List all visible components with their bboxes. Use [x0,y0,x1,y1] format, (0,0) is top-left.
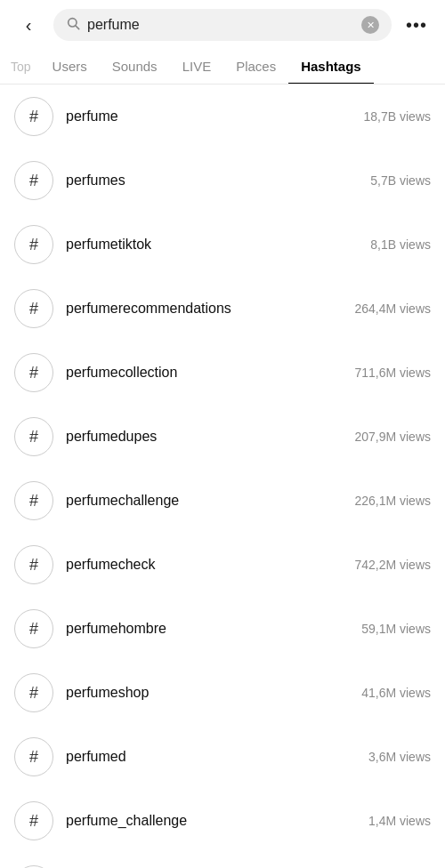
list-item[interactable]: # perfumedupes 207,9M views [0,405,445,469]
list-item[interactable]: # perfumehombre 59,1M views [0,597,445,661]
hashtag-views: 742,2M views [354,558,431,572]
more-button[interactable]: ••• [400,9,433,41]
tab-hashtags[interactable]: Hashtags [288,50,374,84]
hashtag-views: 1,4M views [368,814,431,828]
tab-places[interactable]: Places [223,50,288,84]
list-item[interactable]: # perfumeshop 41,6M views [0,661,445,725]
hashtag-views: 226,1M views [354,494,431,508]
hashtag-views: 3,6M views [368,750,431,764]
hashtag-views: 59,1M views [361,622,431,636]
list-item[interactable]: # perfumed 3,6M views [0,725,445,789]
hashtag-label: perfumetiktok [66,237,358,253]
hashtag-list: # perfume 18,7B views # perfumes 5,7B vi… [0,84,445,868]
hashtag-label: perfume_challenge [66,813,356,829]
hashtag-icon: # [14,417,53,456]
hashtag-views: 8,1B views [370,237,431,252]
header: ‹ ✕ ••• [0,0,445,50]
tab-users[interactable]: Users [40,50,100,84]
hashtag-label: perfumeshop [66,685,349,701]
hashtag-views: 5,7B views [370,173,431,188]
hashtag-icon: # [14,225,53,264]
hashtag-icon: # [14,161,53,200]
back-button[interactable]: ‹ [12,9,44,41]
list-item[interactable]: # perfumetiktok 8,1B views [0,213,445,277]
tab-top[interactable]: Top [7,51,40,84]
hashtag-icon: # [14,737,53,776]
hashtag-views: 711,6M views [354,366,431,380]
hashtag-icon: # [14,609,53,648]
hashtag-label: perfumedupes [66,429,342,445]
list-item[interactable]: # perfumereview 379,9M views [0,853,445,868]
hashtag-views: 264,4M views [354,301,431,316]
list-item[interactable]: # perfumechallenge 226,1M views [0,469,445,533]
hashtag-icon: # [14,545,53,584]
list-item[interactable]: # perfumecheck 742,2M views [0,533,445,597]
hashtag-views: 41,6M views [361,686,431,700]
hashtag-label: perfumechallenge [66,493,342,509]
svg-line-1 [76,26,79,29]
hashtag-label: perfumes [66,173,358,189]
list-item[interactable]: # perfumecollection 711,6M views [0,341,445,405]
hashtag-label: perfumecheck [66,557,342,573]
search-icon [66,16,80,34]
clear-button[interactable]: ✕ [361,16,379,34]
hashtag-icon: # [14,673,53,712]
tab-live[interactable]: LIVE [170,50,224,84]
hashtag-views: 18,7B views [364,109,431,124]
hashtag-label: perfumed [66,749,356,765]
hashtag-icon: # [14,97,53,136]
list-item[interactable]: # perfume 18,7B views [0,84,445,149]
hashtag-label: perfumehombre [66,621,349,637]
tabs-bar: Top Users Sounds LIVE Places Hashtags [0,50,445,84]
hashtag-label: perfumerecommendations [66,301,342,317]
search-bar: ✕ [53,9,392,41]
hashtag-icon: # [14,801,53,840]
hashtag-label: perfume [66,108,352,125]
hashtag-label: perfumecollection [66,365,342,381]
tab-sounds[interactable]: Sounds [100,50,170,84]
list-item[interactable]: # perfume_challenge 1,4M views [0,789,445,853]
hashtag-views: 207,9M views [354,430,431,444]
hashtag-icon: # [14,353,53,392]
hashtag-icon: # [14,289,53,328]
list-item[interactable]: # perfumes 5,7B views [0,149,445,213]
hashtag-icon: # [14,481,53,520]
search-input[interactable] [87,17,354,33]
list-item[interactable]: # perfumerecommendations 264,4M views [0,277,445,341]
